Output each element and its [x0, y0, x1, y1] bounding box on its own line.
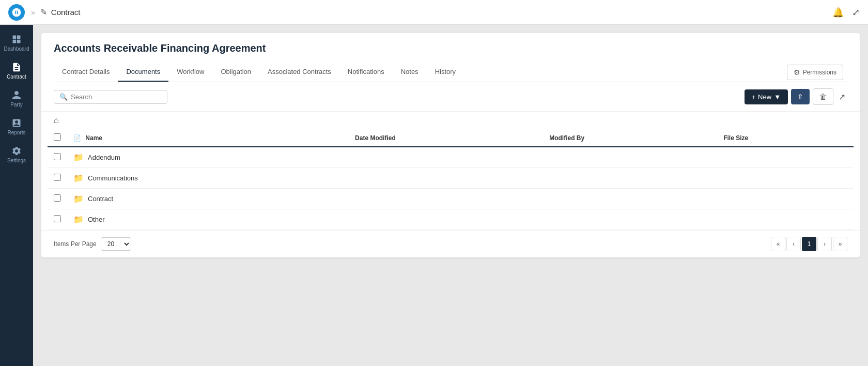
file-size-column-header: File Size: [717, 129, 854, 147]
row-checkbox-cell: [48, 147, 67, 168]
page-title: Accounts Receivable Financing Agreement: [54, 42, 847, 54]
card-header: Accounts Receivable Financing Agreement …: [41, 33, 860, 82]
row-name: Addendum: [88, 154, 120, 161]
row-checkbox[interactable]: [54, 174, 61, 181]
sidebar-item-settings-label: Settings: [7, 158, 26, 163]
app-logo: [8, 4, 25, 21]
row-checkbox[interactable]: [54, 153, 61, 160]
row-checkbox[interactable]: [54, 194, 61, 202]
row-name: Other: [88, 216, 105, 223]
row-name: Contract: [88, 195, 113, 203]
search-box[interactable]: 🔍: [54, 90, 167, 104]
table-row: 📁 Other: [48, 209, 854, 230]
topbar: » ✎ Contract 🔔 ⤢: [0, 0, 868, 25]
tab-notifications[interactable]: Notifications: [339, 63, 393, 82]
row-date-modified: [349, 209, 543, 230]
expand-icon[interactable]: ⤢: [852, 7, 860, 18]
row-file-size: [717, 209, 854, 230]
main-card: Accounts Receivable Financing Agreement …: [41, 33, 860, 257]
sidebar-item-party-label: Party: [10, 102, 22, 108]
row-name-cell: 📁 Contract: [67, 189, 349, 209]
tab-obligation[interactable]: Obligation: [212, 63, 259, 82]
row-name-cell: 📁 Communications: [67, 168, 349, 189]
prev-page-button[interactable]: ‹: [786, 237, 801, 251]
name-column-header: 📄 Name: [67, 129, 349, 147]
row-checkbox[interactable]: [54, 215, 61, 222]
external-link-icon: ↗: [839, 93, 845, 101]
pagination-row: Items Per Page 20 10 50 100 « ‹ 1 › »: [41, 230, 860, 257]
main-layout: Dashboard Contract Party Reports Setting…: [0, 25, 868, 366]
permissions-label: Permissions: [803, 69, 836, 76]
documents-table: 📄 Name Date Modified Modified By File Si…: [48, 129, 854, 230]
notifications-bell-icon[interactable]: 🔔: [832, 7, 844, 18]
date-modified-column-header: Date Modified: [349, 129, 543, 147]
row-modified-by: [543, 147, 717, 168]
permissions-button[interactable]: ⚙ Permissions: [787, 65, 843, 80]
trash-icon: 🗑: [819, 93, 827, 101]
tabs: Contract Details Documents Workflow Obli…: [54, 63, 847, 82]
upload-button[interactable]: ⇧: [791, 89, 810, 104]
folder-icon: 📁: [73, 194, 84, 204]
folder-name[interactable]: 📁 Communications: [73, 173, 343, 183]
table-row: 📁 Communications: [48, 168, 854, 189]
home-icon[interactable]: ⌂: [54, 116, 59, 125]
file-header-icon: 📄: [73, 134, 81, 142]
row-date-modified: [349, 147, 543, 168]
tab-history[interactable]: History: [427, 63, 464, 82]
sidebar-item-reports[interactable]: Reports: [0, 113, 33, 141]
pagination-controls: « ‹ 1 › »: [771, 237, 847, 251]
row-name-cell: 📁 Other: [67, 209, 349, 230]
tab-workflow[interactable]: Workflow: [168, 63, 212, 82]
plus-icon: +: [752, 93, 756, 101]
items-per-page-label: Items Per Page: [54, 240, 97, 248]
svg-rect-3: [17, 40, 21, 43]
chevron-down-icon: ▼: [774, 93, 781, 101]
tab-notes[interactable]: Notes: [393, 63, 427, 82]
select-all-checkbox[interactable]: [54, 133, 61, 141]
folder-icon: 📁: [73, 215, 84, 224]
svg-rect-1: [17, 36, 21, 39]
sidebar-item-contract-label: Contract: [7, 74, 26, 80]
sidebar-item-party[interactable]: Party: [0, 85, 33, 113]
breadcrumb-row: ⌂: [41, 112, 860, 129]
breadcrumb-chevron[interactable]: »: [31, 8, 35, 17]
sidebar-item-dashboard-label: Dashboard: [4, 46, 29, 52]
row-checkbox-cell: [48, 209, 67, 230]
svg-rect-0: [13, 36, 17, 39]
folder-name[interactable]: 📁 Other: [73, 215, 343, 224]
first-page-button[interactable]: «: [771, 237, 785, 251]
search-icon: 🔍: [59, 93, 68, 101]
row-modified-by: [543, 168, 717, 189]
row-checkbox-cell: [48, 189, 67, 209]
tab-contract-details[interactable]: Contract Details: [54, 63, 118, 82]
row-modified-by: [543, 209, 717, 230]
folder-icon: 📁: [73, 152, 84, 162]
content-area: Accounts Receivable Financing Agreement …: [33, 25, 868, 366]
contract-edit-icon: ✎: [40, 7, 47, 17]
last-page-button[interactable]: »: [833, 237, 847, 251]
row-file-size: [717, 147, 854, 168]
modified-by-column-header: Modified By: [543, 129, 717, 147]
row-modified-by: [543, 189, 717, 209]
sidebar-item-dashboard[interactable]: Dashboard: [0, 29, 33, 57]
page-1-button[interactable]: 1: [802, 237, 816, 251]
delete-button[interactable]: 🗑: [813, 88, 833, 105]
permissions-icon: ⚙: [794, 68, 800, 77]
folder-icon: 📁: [73, 173, 84, 183]
tab-associated-contracts[interactable]: Associated Contracts: [259, 63, 339, 82]
folder-name[interactable]: 📁 Contract: [73, 194, 343, 204]
sidebar-item-settings[interactable]: Settings: [0, 141, 33, 169]
sidebar-item-reports-label: Reports: [7, 130, 25, 135]
sidebar-item-contract[interactable]: Contract: [0, 57, 33, 85]
items-per-page-select[interactable]: 20 10 50 100: [101, 237, 131, 251]
topbar-title: Contract: [51, 8, 81, 17]
topbar-right: 🔔 ⤢: [832, 7, 860, 18]
new-button[interactable]: + New ▼: [745, 89, 788, 104]
folder-name[interactable]: 📁 Addendum: [73, 152, 343, 162]
row-name-cell: 📁 Addendum: [67, 147, 349, 168]
external-link-button[interactable]: ↗: [836, 90, 847, 104]
search-input[interactable]: [71, 93, 162, 101]
next-page-button[interactable]: ›: [817, 237, 832, 251]
tab-documents[interactable]: Documents: [118, 63, 168, 82]
items-per-page: Items Per Page 20 10 50 100: [54, 237, 131, 251]
